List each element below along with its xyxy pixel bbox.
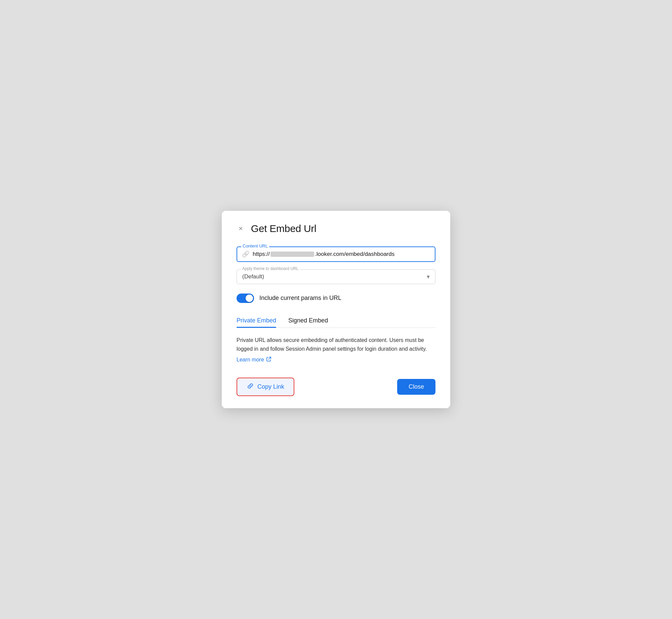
theme-select-label: Apply theme to dashboard URL: [241, 266, 300, 271]
url-blurred-segment: [270, 252, 314, 257]
learn-more-label: Learn more: [237, 357, 264, 363]
tab-private-embed[interactable]: Private Embed: [237, 314, 276, 327]
close-icon-button[interactable]: ×: [237, 224, 245, 233]
external-link-icon: [266, 356, 271, 363]
toggle-track: [237, 294, 254, 303]
toggle-row: Include current params in URL: [237, 294, 435, 303]
include-params-toggle[interactable]: [237, 294, 254, 303]
copy-link-icon: [247, 382, 254, 391]
content-url-field[interactable]: Content URL https://.looker.com/embed/da…: [237, 246, 435, 262]
tab-signed-embed[interactable]: Signed Embed: [288, 314, 328, 327]
dialog-title: Get Embed Url: [251, 223, 317, 234]
dialog: × Get Embed Url Content URL https://.loo…: [222, 211, 450, 408]
tab-content-private-embed: Private URL allows secure embedding of a…: [237, 328, 435, 372]
theme-select-value: (Default): [242, 273, 264, 280]
theme-select[interactable]: Apply theme to dashboard URL (Default) ▾: [237, 269, 435, 284]
url-text: https://.looker.com/embed/dashboards: [253, 251, 430, 258]
learn-more-link[interactable]: Learn more: [237, 356, 271, 363]
url-row: https://.looker.com/embed/dashboards: [242, 250, 430, 258]
close-button-label: Close: [409, 383, 424, 390]
private-embed-description: Private URL allows secure embedding of a…: [237, 336, 435, 353]
toggle-label: Include current params in URL: [259, 295, 341, 302]
content-url-label: Content URL: [241, 243, 269, 248]
copy-link-button[interactable]: Copy Link: [237, 378, 294, 396]
chevron-down-icon: ▾: [427, 273, 430, 280]
tabs-row: Private Embed Signed Embed: [237, 314, 435, 328]
toggle-thumb: [246, 295, 253, 302]
link-icon: [242, 250, 249, 258]
actions-row: Copy Link Close: [237, 378, 435, 396]
copy-link-label: Copy Link: [257, 383, 284, 390]
dialog-header: × Get Embed Url: [237, 223, 435, 234]
close-button[interactable]: Close: [397, 379, 435, 395]
close-x-icon: ×: [239, 225, 243, 232]
